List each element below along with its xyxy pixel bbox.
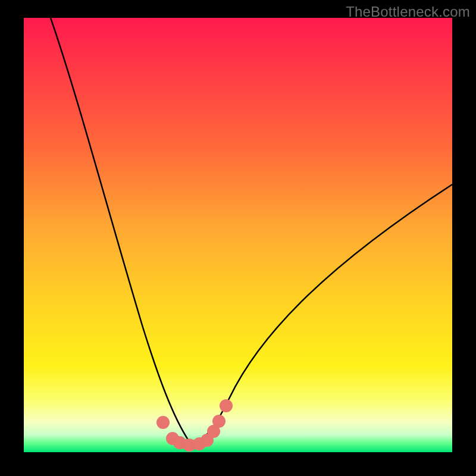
marker-point: [173, 436, 186, 449]
marker-point: [212, 415, 226, 428]
plot-area: [24, 18, 452, 452]
bottleneck-curve: [51, 18, 452, 442]
curve-left: [51, 18, 189, 441]
marker-point: [220, 399, 233, 412]
curve-layer: [24, 18, 452, 452]
marker-point: [201, 434, 214, 447]
marker-point: [183, 439, 196, 452]
highlighted-points: [156, 399, 233, 452]
marker-point: [156, 416, 170, 429]
watermark-text: TheBottleneck.com: [346, 4, 470, 20]
chart-frame: TheBottleneck.com: [0, 0, 476, 476]
marker-point: [193, 437, 206, 450]
marker-point: [207, 425, 220, 438]
highlight-connector: [173, 439, 207, 445]
curve-right: [189, 184, 452, 442]
marker-point: [166, 432, 179, 445]
